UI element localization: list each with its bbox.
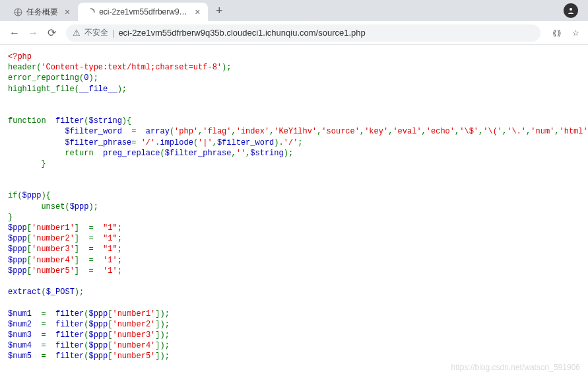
code-t: $ppp bbox=[88, 330, 108, 340]
code-line: $num4 bbox=[8, 341, 36, 350]
forward-button[interactable]: → bbox=[24, 24, 42, 42]
code-t: = bbox=[127, 127, 141, 136]
globe-icon bbox=[13, 7, 22, 17]
code-t: 'flag' bbox=[203, 127, 231, 136]
code-t: ; bbox=[117, 266, 122, 276]
code-t: filter bbox=[51, 352, 84, 361]
code-t: 'eval' bbox=[393, 127, 421, 136]
code-line: $ppp bbox=[8, 256, 27, 265]
code-t: filter bbox=[51, 116, 84, 126]
code-line: $ppp bbox=[8, 266, 27, 276]
code-t: ; bbox=[298, 138, 302, 147]
reload-button[interactable]: ⟳ bbox=[42, 24, 61, 42]
code-t: ] = bbox=[75, 244, 103, 254]
code-t: , bbox=[232, 127, 236, 136]
code-line: $ppp bbox=[8, 234, 27, 243]
tab-source-page[interactable]: eci-2ze1vm55dfrberw9q35b.cl × bbox=[78, 3, 208, 21]
code-line bbox=[8, 298, 13, 307]
code-t: filter bbox=[51, 330, 84, 340]
code-t: $_POST bbox=[46, 287, 75, 297]
code-t: $ppp bbox=[88, 341, 108, 350]
code-t: 'Content-type:text/html;charset=utf-8' bbox=[41, 63, 222, 72]
code-t: 'number4' bbox=[112, 341, 155, 350]
code-t: ){ bbox=[122, 116, 131, 126]
source-code: <?php header('Content-type:text/html;cha… bbox=[0, 45, 588, 376]
code-t: filter bbox=[51, 320, 84, 329]
code-t: '|' bbox=[198, 138, 212, 147]
code-t: = bbox=[131, 138, 141, 147]
code-t: ; bbox=[117, 223, 122, 233]
code-t: ){ bbox=[41, 191, 50, 200]
code-t: $filter_word bbox=[217, 138, 274, 147]
code-t: 'index' bbox=[236, 127, 269, 136]
code-t: ; bbox=[117, 256, 122, 265]
code-t: , bbox=[231, 149, 236, 158]
code-line: } bbox=[8, 213, 13, 222]
code-line: error_reporting bbox=[8, 73, 79, 83]
code-t: ] = bbox=[75, 234, 103, 243]
nav-bar: ← → ⟳ ⚠ 不安全 | eci-2ze1vm55dfrberw9q35b.c… bbox=[0, 21, 588, 45]
code-t: [ bbox=[27, 266, 32, 276]
warning-icon: ⚠ bbox=[73, 28, 81, 38]
code-t: unset bbox=[41, 202, 65, 211]
code-t: 'number1' bbox=[112, 309, 155, 319]
close-icon[interactable]: × bbox=[65, 7, 70, 17]
code-t: ); bbox=[117, 85, 127, 94]
code-t: = bbox=[36, 341, 51, 350]
code-t: $filter_phrase bbox=[65, 138, 131, 147]
code-t: 'php' bbox=[174, 127, 198, 136]
code-t: , bbox=[212, 138, 217, 147]
code-t: ] = bbox=[75, 223, 103, 233]
code-t: $filter_word bbox=[65, 127, 127, 136]
code-t: ); bbox=[88, 73, 98, 83]
url-text: eci-2ze1vm55dfrberw9q35b.cloudeci1.ichun… bbox=[118, 28, 365, 38]
code-t: 'number1' bbox=[32, 223, 75, 233]
security-text: 不安全 bbox=[84, 27, 108, 38]
code-line: $ppp bbox=[8, 223, 27, 233]
code-line bbox=[8, 277, 13, 286]
code-t: array bbox=[141, 127, 170, 136]
back-button[interactable]: ← bbox=[5, 24, 24, 42]
code-t: implode bbox=[160, 138, 193, 147]
close-icon[interactable]: × bbox=[195, 7, 200, 17]
code-t: ; bbox=[117, 244, 122, 254]
code-t: ] = bbox=[75, 266, 103, 276]
code-t: = bbox=[36, 330, 51, 340]
code-t: ); bbox=[284, 149, 293, 158]
code-t: ( bbox=[170, 127, 174, 136]
code-t: 'number3' bbox=[32, 244, 75, 254]
code-line: } bbox=[8, 159, 46, 169]
code-line: $num3 bbox=[8, 330, 36, 340]
code-t: 'num' bbox=[531, 127, 554, 136]
code-t: '/' bbox=[284, 138, 298, 147]
arrow-right-icon: → bbox=[28, 27, 38, 39]
omnibox[interactable]: ⚠ 不安全 | eci-2ze1vm55dfrberw9q35b.cloudec… bbox=[66, 24, 540, 42]
code-t: $ppp bbox=[70, 202, 89, 211]
watermark: https://blog.csdn.net/watson_591906 bbox=[451, 363, 580, 372]
code-t: __file__ bbox=[79, 85, 117, 94]
spinner-icon bbox=[86, 7, 95, 17]
code-t: 'KeY1lhv' bbox=[274, 127, 317, 136]
code-t: 'html' bbox=[560, 127, 588, 136]
tab-title: 任务概要 bbox=[26, 7, 58, 18]
avatar[interactable] bbox=[564, 3, 578, 18]
code-line bbox=[8, 373, 13, 376]
code-line: return bbox=[8, 149, 103, 158]
code-t: ]); bbox=[155, 320, 170, 329]
code-t: ( bbox=[160, 149, 164, 158]
code-t: ]); bbox=[155, 330, 170, 340]
translate-button[interactable]: ⟪⟫ bbox=[550, 26, 564, 40]
code-line bbox=[8, 180, 13, 190]
code-t: "1" bbox=[103, 244, 117, 254]
code-line bbox=[8, 95, 13, 104]
code-t: 'number5' bbox=[32, 266, 75, 276]
tab-task-overview[interactable]: 任务概要 × bbox=[5, 3, 78, 21]
code-line: <?php bbox=[8, 52, 32, 61]
code-line: function bbox=[8, 116, 51, 126]
bookmark-button[interactable]: ☆ bbox=[568, 26, 583, 40]
code-t: '1' bbox=[103, 266, 117, 276]
code-line: highlight_file bbox=[8, 85, 75, 94]
code-t: '\(' bbox=[483, 127, 502, 136]
new-tab-button[interactable]: + bbox=[211, 2, 228, 19]
svg-point-1 bbox=[570, 8, 572, 11]
